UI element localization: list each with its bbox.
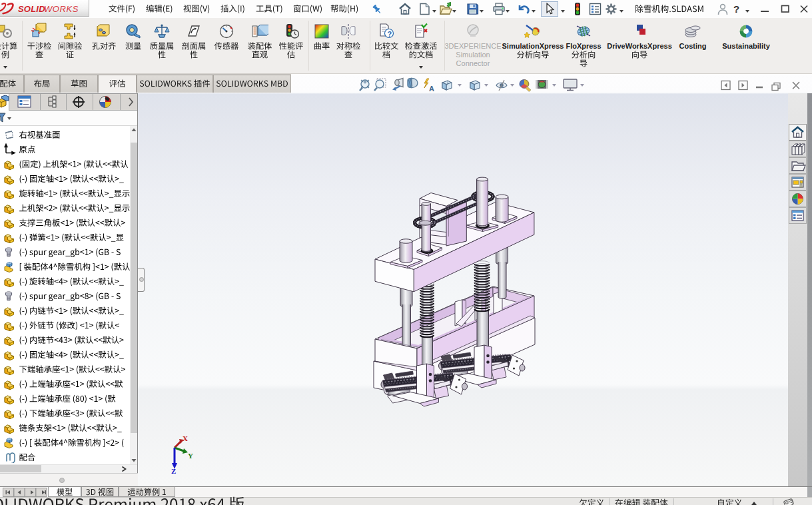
svg-text:SOLID: SOLID — [18, 4, 45, 14]
svg-text:Z: Z — [171, 467, 176, 474]
svg-text:?: ? — [388, 30, 392, 38]
svg-text:Y: Y — [188, 452, 193, 460]
svg-text:X: X — [183, 434, 188, 442]
svg-text:WORKS: WORKS — [44, 4, 79, 14]
